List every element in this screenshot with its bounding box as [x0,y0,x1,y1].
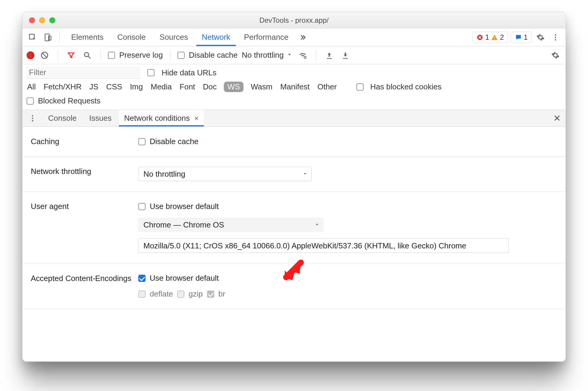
user-agent-label: User agent [31,202,138,253]
filter-type-wasm[interactable]: Wasm [250,82,273,92]
section-caching: Caching Disable cache [22,127,566,157]
devtools-window: DevTools - proxx.app/ Elements Console S… [22,12,566,362]
encodings-use-default-label: Use browser default [150,274,219,283]
filter-toggle-icon[interactable] [65,49,77,61]
export-har-icon[interactable] [339,49,351,61]
filter-type-img[interactable]: Img [129,82,143,92]
drawer-close-button[interactable]: ✕ [553,113,561,123]
section-throttling: Network throttling No throttling [22,157,566,192]
has-blocked-cookies-checkbox[interactable] [356,83,364,91]
svg-point-14 [32,120,33,121]
hide-data-urls-label: Hide data URLs [162,68,217,77]
preserve-log-checkbox[interactable] [108,52,115,59]
ua-preset-select[interactable]: Chrome — Chrome OS [138,218,324,232]
separator [316,50,316,61]
import-har-icon[interactable] [323,49,335,61]
disable-cache-checkbox[interactable] [177,52,185,59]
errors-warnings-pill[interactable]: 1 2 [472,32,508,43]
filter-type-font[interactable]: Font [179,82,196,92]
record-button[interactable] [27,51,34,59]
encoding-gzip-checkbox [177,291,184,298]
separator [100,50,101,61]
encodings-label: Accepted Content-Encodings [31,274,138,299]
ua-string-input[interactable] [138,239,509,253]
svg-point-7 [555,36,556,38]
encoding-br-label: br [218,289,225,299]
warning-count: 2 [500,33,504,42]
caching-disable-checkbox[interactable] [138,138,146,145]
close-tab-icon[interactable]: × [194,114,198,122]
svg-point-13 [32,117,33,119]
filter-type-doc[interactable]: Doc [202,82,217,92]
filter-type-other[interactable]: Other [317,82,337,92]
more-menu-icon[interactable] [549,31,561,43]
svg-rect-5 [494,39,495,39]
drawer-tabstrip: Console Issues Network conditions × ✕ [22,110,566,127]
settings-icon[interactable] [535,31,546,43]
caching-label: Caching [31,137,138,146]
issues-count: 1 [524,33,528,42]
tab-performance[interactable]: Performance [239,28,294,46]
network-conditions-icon[interactable] [297,49,309,61]
svg-point-6 [555,34,556,36]
clear-icon[interactable] [39,49,50,61]
caret-down-icon [302,169,308,179]
caching-disable-label: Disable cache [150,137,198,146]
svg-point-10 [85,52,89,56]
tabs-overflow-icon[interactable] [297,31,309,43]
tab-elements[interactable]: Elements [66,28,109,46]
drawer-tab-console[interactable]: Console [43,110,82,126]
issues-pill[interactable]: 1 [511,32,532,43]
device-toolbar-icon[interactable] [42,31,53,43]
issues-icon [515,34,522,41]
filter-input[interactable] [27,67,140,79]
window-title: DevTools - proxx.app/ [22,16,566,25]
filter-type-ws[interactable]: WS [224,82,244,92]
section-user-agent: User agent Use browser default Chrome — … [22,192,566,263]
filter-type-fetchxhr[interactable]: Fetch/XHR [43,82,82,92]
inspect-element-icon[interactable] [27,31,39,43]
blocked-requests-checkbox[interactable] [27,97,34,105]
network-settings-icon[interactable] [549,49,561,61]
separator [58,50,58,61]
search-icon[interactable] [81,49,93,61]
filter-type-manifest[interactable]: Manifest [280,82,310,92]
drawer-tab-label: Network conditions [124,114,190,123]
filter-type-js[interactable]: JS [89,82,99,92]
encoding-deflate-checkbox [138,291,146,298]
filter-types: All Fetch/XHR JS CSS Img Media Font Doc … [27,82,561,92]
filter-type-css[interactable]: CSS [105,82,122,92]
svg-point-8 [555,39,556,40]
ua-use-default-checkbox[interactable] [138,203,146,210]
svg-rect-4 [494,37,495,38]
svg-point-11 [304,56,306,58]
ua-preset-value: Chrome — Chrome OS [143,220,224,230]
filter-type-media[interactable]: Media [150,82,172,92]
throttling-select-value: No throttling [143,169,185,179]
filter-type-all[interactable]: All [27,82,36,92]
titlebar: DevTools - proxx.app/ [22,12,566,28]
encodings-use-default-checkbox[interactable] [138,275,146,282]
caret-down-icon [287,51,293,60]
filter-bar: Hide data URLs All Fetch/XHR JS CSS Img … [22,64,566,110]
throttling-select[interactable]: No throttling [138,167,312,181]
drawer-more-icon[interactable] [27,112,39,124]
tab-sources[interactable]: Sources [154,28,193,46]
separator [170,50,170,61]
disable-cache-label: Disable cache [189,51,238,60]
encoding-br-checkbox [207,291,214,298]
throttling-select[interactable]: No throttling [242,51,293,60]
tab-network[interactable]: Network [196,28,235,46]
separator [59,32,60,43]
error-icon [476,34,483,41]
drawer-tab-issues[interactable]: Issues [84,110,117,126]
blocked-requests-label: Blocked Requests [38,96,101,106]
network-toolbar: Preserve log Disable cache No throttling [22,46,566,64]
drawer-tab-network-conditions[interactable]: Network conditions × [119,110,204,126]
throttling-label: Network throttling [31,167,138,181]
encoding-deflate-label: deflate [150,289,173,299]
hide-data-urls-checkbox[interactable] [147,69,154,76]
ua-use-default-label: Use browser default [150,202,219,211]
tab-console[interactable]: Console [112,28,151,46]
caret-down-icon [314,220,320,230]
